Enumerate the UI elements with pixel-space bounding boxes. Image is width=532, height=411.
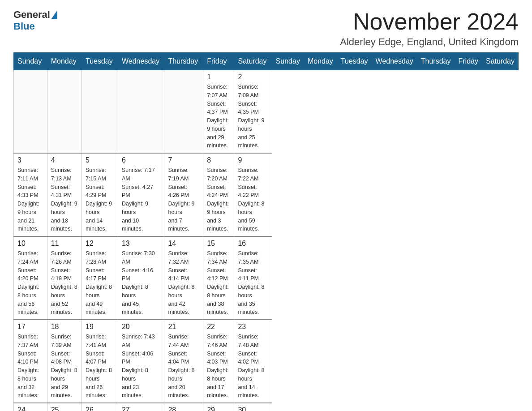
header-wednesday: Wednesday <box>372 53 417 70</box>
calendar-cell: 21Sunrise: 7:44 AM Sunset: 4:04 PM Dayli… <box>164 320 203 403</box>
header-thursday: Thursday <box>164 53 203 70</box>
logo: General Blue <box>13 9 57 32</box>
calendar-week-1: 1Sunrise: 7:07 AM Sunset: 4:37 PM Daylig… <box>14 70 519 154</box>
day-number: 15 <box>207 240 230 248</box>
day-info: Sunrise: 7:13 AM Sunset: 4:31 PM Dayligh… <box>51 166 78 233</box>
calendar-week-3: 10Sunrise: 7:24 AM Sunset: 4:20 PM Dayli… <box>14 236 519 320</box>
day-number: 7 <box>168 156 199 164</box>
logo-general-text: General <box>13 9 50 21</box>
logo-triangle-icon <box>51 10 57 19</box>
calendar-cell: 12Sunrise: 7:28 AM Sunset: 4:17 PM Dayli… <box>82 236 118 320</box>
header-monday: Monday <box>47 53 82 70</box>
page-header: General Blue November 2024 Alderley Edge… <box>13 9 519 48</box>
day-info: Sunrise: 7:48 AM Sunset: 4:02 PM Dayligh… <box>238 333 268 400</box>
calendar-cell: 26Sunrise: 7:53 AM Sunset: 3:59 PM Dayli… <box>82 403 118 411</box>
day-number: 9 <box>238 156 268 164</box>
calendar-cell <box>47 70 82 154</box>
calendar-cell: 8Sunrise: 7:20 AM Sunset: 4:24 PM Daylig… <box>203 153 234 236</box>
calendar-cell: 19Sunrise: 7:41 AM Sunset: 4:07 PM Dayli… <box>82 320 118 403</box>
header-friday: Friday <box>203 53 234 70</box>
day-info: Sunrise: 7:22 AM Sunset: 4:22 PM Dayligh… <box>238 166 268 233</box>
calendar-week-5: 24Sunrise: 7:49 AM Sunset: 4:01 PM Dayli… <box>14 403 519 411</box>
header-friday: Friday <box>455 53 482 70</box>
calendar-week-4: 17Sunrise: 7:37 AM Sunset: 4:10 PM Dayli… <box>14 320 519 403</box>
day-number: 17 <box>17 323 43 331</box>
header-sunday: Sunday <box>272 53 304 70</box>
day-info: Sunrise: 7:09 AM Sunset: 4:35 PM Dayligh… <box>238 83 268 150</box>
calendar-cell: 13Sunrise: 7:30 AM Sunset: 4:16 PM Dayli… <box>118 236 164 320</box>
day-number: 2 <box>238 73 268 81</box>
calendar-cell: 22Sunrise: 7:46 AM Sunset: 4:03 PM Dayli… <box>203 320 234 403</box>
day-number: 4 <box>51 156 78 164</box>
calendar-cell: 9Sunrise: 7:22 AM Sunset: 4:22 PM Daylig… <box>234 153 272 236</box>
header-wednesday: Wednesday <box>118 53 164 70</box>
calendar-cell: 28Sunrise: 7:56 AM Sunset: 3:57 PM Dayli… <box>164 403 203 411</box>
day-number: 3 <box>17 156 43 164</box>
header-sunday: Sunday <box>14 53 47 70</box>
day-number: 16 <box>238 240 268 248</box>
calendar-cell <box>14 70 47 154</box>
day-number: 14 <box>168 240 199 248</box>
header-saturday: Saturday <box>482 53 518 70</box>
day-info: Sunrise: 7:32 AM Sunset: 4:14 PM Dayligh… <box>168 249 199 317</box>
day-number: 19 <box>86 323 114 331</box>
day-number: 25 <box>51 406 78 411</box>
day-number: 27 <box>122 406 161 411</box>
day-number: 6 <box>122 156 161 164</box>
calendar-cell: 23Sunrise: 7:48 AM Sunset: 4:02 PM Dayli… <box>234 320 272 403</box>
day-info: Sunrise: 7:37 AM Sunset: 4:10 PM Dayligh… <box>17 333 43 400</box>
calendar-cell: 25Sunrise: 7:51 AM Sunset: 4:00 PM Dayli… <box>47 403 82 411</box>
calendar-header-row: SundayMondayTuesdayWednesdayThursdayFrid… <box>14 53 519 70</box>
day-number: 18 <box>51 323 78 331</box>
calendar-cell: 5Sunrise: 7:15 AM Sunset: 4:29 PM Daylig… <box>82 153 118 236</box>
calendar-cell: 20Sunrise: 7:43 AM Sunset: 4:06 PM Dayli… <box>118 320 164 403</box>
day-number: 28 <box>168 406 199 411</box>
day-info: Sunrise: 7:34 AM Sunset: 4:12 PM Dayligh… <box>207 249 230 317</box>
calendar-cell: 11Sunrise: 7:26 AM Sunset: 4:19 PM Dayli… <box>47 236 82 320</box>
calendar-subtitle: Alderley Edge, England, United Kingdom <box>340 36 519 48</box>
header-saturday: Saturday <box>234 53 272 70</box>
calendar-cell: 29Sunrise: 7:58 AM Sunset: 3:56 PM Dayli… <box>203 403 234 411</box>
logo-row1: General <box>13 9 57 21</box>
day-info: Sunrise: 7:46 AM Sunset: 4:03 PM Dayligh… <box>207 333 230 400</box>
day-info: Sunrise: 7:20 AM Sunset: 4:24 PM Dayligh… <box>207 166 230 233</box>
header-thursday: Thursday <box>417 53 455 70</box>
calendar-cell: 18Sunrise: 7:39 AM Sunset: 4:08 PM Dayli… <box>47 320 82 403</box>
day-number: 22 <box>207 323 230 331</box>
calendar-cell: 14Sunrise: 7:32 AM Sunset: 4:14 PM Dayli… <box>164 236 203 320</box>
day-info: Sunrise: 7:26 AM Sunset: 4:19 PM Dayligh… <box>51 249 78 317</box>
calendar-cell: 3Sunrise: 7:11 AM Sunset: 4:33 PM Daylig… <box>14 153 47 236</box>
day-number: 8 <box>207 156 230 164</box>
calendar-cell: 24Sunrise: 7:49 AM Sunset: 4:01 PM Dayli… <box>14 403 47 411</box>
header-tuesday: Tuesday <box>82 53 118 70</box>
header-monday: Monday <box>304 53 337 70</box>
logo-blue-text: Blue <box>13 21 35 32</box>
day-info: Sunrise: 7:07 AM Sunset: 4:37 PM Dayligh… <box>207 83 230 150</box>
calendar-table: SundayMondayTuesdayWednesdayThursdayFrid… <box>13 52 519 411</box>
day-info: Sunrise: 7:28 AM Sunset: 4:17 PM Dayligh… <box>86 249 114 317</box>
calendar-cell: 4Sunrise: 7:13 AM Sunset: 4:31 PM Daylig… <box>47 153 82 236</box>
logo-text-block: General Blue <box>13 9 57 32</box>
calendar-cell: 7Sunrise: 7:19 AM Sunset: 4:26 PM Daylig… <box>164 153 203 236</box>
calendar-cell <box>118 70 164 154</box>
day-number: 13 <box>122 240 161 248</box>
day-number: 29 <box>207 406 230 411</box>
header-tuesday: Tuesday <box>337 53 372 70</box>
day-number: 11 <box>51 240 78 248</box>
calendar-cell <box>164 70 203 154</box>
calendar-cell: 2Sunrise: 7:09 AM Sunset: 4:35 PM Daylig… <box>234 70 272 154</box>
day-info: Sunrise: 7:11 AM Sunset: 4:33 PM Dayligh… <box>17 166 43 233</box>
day-info: Sunrise: 7:17 AM Sunset: 4:27 PM Dayligh… <box>122 166 161 233</box>
day-info: Sunrise: 7:19 AM Sunset: 4:26 PM Dayligh… <box>168 166 199 233</box>
day-number: 26 <box>86 406 114 411</box>
day-info: Sunrise: 7:39 AM Sunset: 4:08 PM Dayligh… <box>51 333 78 400</box>
calendar-cell: 10Sunrise: 7:24 AM Sunset: 4:20 PM Dayli… <box>14 236 47 320</box>
day-number: 20 <box>122 323 161 331</box>
day-number: 30 <box>238 406 268 411</box>
calendar-cell: 17Sunrise: 7:37 AM Sunset: 4:10 PM Dayli… <box>14 320 47 403</box>
calendar-cell <box>82 70 118 154</box>
day-number: 5 <box>86 156 114 164</box>
day-number: 12 <box>86 240 114 248</box>
calendar-cell: 1Sunrise: 7:07 AM Sunset: 4:37 PM Daylig… <box>203 70 234 154</box>
calendar-cell: 15Sunrise: 7:34 AM Sunset: 4:12 PM Dayli… <box>203 236 234 320</box>
